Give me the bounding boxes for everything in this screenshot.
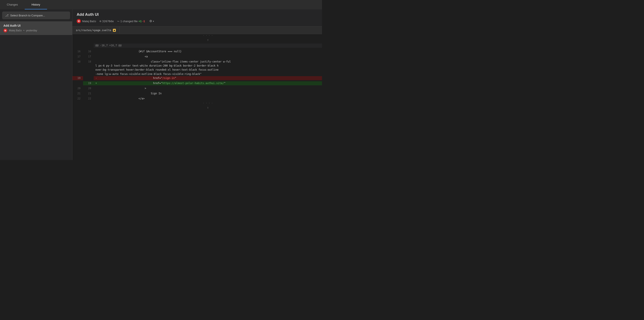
- tab-history[interactable]: History: [25, 0, 47, 9]
- changed-files-icon: ⥊: [117, 20, 120, 23]
- line-num-left: 20: [72, 86, 83, 90]
- branch-select-label: Select Branch to Compare...: [10, 14, 45, 17]
- line-num-left: 19: [72, 76, 83, 80]
- file-tabs: src/routes/+page.svelte ■: [72, 27, 322, 34]
- expand-dots-bottom[interactable]: · · · · ↓: [72, 102, 322, 109]
- sidebar: ⎇ Select Branch to Compare... Add Auth U…: [0, 9, 72, 160]
- commit-header: Add Auth UI M Matej Bačo ⊙ 32670de ⥊: [72, 9, 322, 27]
- line-num-right: 20: [83, 86, 94, 90]
- line-num-left: 21: [72, 92, 83, 96]
- line-num-left: 22: [72, 97, 83, 101]
- line-content: + href="https://almost-polar-habits.auth…: [94, 81, 322, 85]
- hunk-header-line: @@ -16,7 +16,7 @@: [72, 42, 322, 50]
- line-num-left: 18: [72, 60, 83, 64]
- table-row: 17 17 <a: [72, 55, 322, 60]
- table-row: 21 21 Sign In: [72, 92, 322, 97]
- branch-icon: ⎇: [5, 14, 8, 17]
- app-container: Changes History ⎇ Select Branch to Compa…: [0, 0, 322, 160]
- table-row: 16 16 {#if $AccountStore === null}: [72, 50, 322, 55]
- settings-button[interactable]: ⚙ ▾: [149, 19, 154, 23]
- table-row: 20 20 >: [72, 86, 322, 92]
- changed-files-label: 1 changed file: [120, 20, 138, 23]
- line-num-right: 16: [83, 50, 94, 54]
- hash-icon: ⊙: [100, 20, 101, 23]
- line-content: </a>: [94, 97, 322, 101]
- commit-meta: M Matej Bačo ⊙ 32670de ⥊ 1 changed file …: [77, 19, 318, 23]
- avatar: M: [4, 29, 7, 33]
- line-num-right: 17: [83, 55, 94, 59]
- file-tab-path: src/routes/+page.svelte: [76, 29, 111, 32]
- commit-header-title: Add Auth UI: [77, 12, 318, 17]
- line-num-right: 22: [83, 97, 94, 101]
- author-name: Matej Bačo: [9, 29, 22, 32]
- main-content: ⎇ Select Branch to Compare... Add Auth U…: [0, 9, 322, 160]
- table-row: 19 + href="https://almost-polar-habits.a…: [72, 81, 322, 86]
- line-num-right: 21: [83, 92, 94, 96]
- file-tab-modified-indicator: ■: [113, 29, 116, 32]
- table-row: 19 - href="/sign-in": [72, 76, 322, 81]
- line-content: Sign In: [94, 92, 322, 96]
- expand-dots-bottom-icon: · · · · ↓: [94, 101, 322, 110]
- commit-title: Add Auth UI: [4, 24, 69, 27]
- commit-meta-author: M Matej Bačo: [77, 19, 96, 23]
- table-row: 18 18 class="inline-flex items-center ju…: [72, 60, 322, 76]
- chevron-down-icon: ▾: [153, 20, 154, 22]
- changed-files: ⥊ 1 changed file +1 -1: [117, 20, 145, 23]
- commit-time-value: yesterday: [26, 29, 37, 32]
- diff-lines: · · · · ↑ @@ -16,7 +16,7 @@ 16 16: [72, 34, 322, 160]
- commit-hash-value: 32670de: [102, 20, 114, 23]
- file-tab[interactable]: src/routes/+page.svelte ■: [72, 27, 120, 34]
- gear-icon: ⚙: [149, 19, 152, 23]
- gutter-left-dots-bottom: [72, 102, 83, 109]
- expand-dots-top[interactable]: · · · · ↑: [72, 34, 322, 42]
- commit-hash: ⊙ 32670de: [100, 20, 114, 23]
- commit-item[interactable]: Add Auth UI M Matej Bačo • yesterday: [0, 21, 72, 35]
- commit-meta-author-name: Matej Bačo: [82, 20, 96, 23]
- line-num-right: 18: [83, 60, 94, 64]
- commit-meta-avatar: M: [77, 19, 81, 23]
- line-content: - href="/sign-in": [94, 76, 322, 80]
- line-num-left: 16: [72, 50, 83, 54]
- tab-changes[interactable]: Changes: [0, 0, 25, 9]
- diff-removed-count: -1: [142, 20, 145, 23]
- commit-author: M Matej Bačo • yesterday: [4, 29, 69, 33]
- line-content: <a: [94, 55, 322, 59]
- line-content: class="inline-flex items-center justify-…: [94, 60, 322, 76]
- branch-select[interactable]: ⎇ Select Branch to Compare...: [2, 12, 70, 19]
- line-content: >: [94, 86, 322, 90]
- line-num-left: 17: [72, 55, 83, 59]
- tabs-bar: Changes History: [0, 0, 322, 9]
- commit-time: •: [24, 29, 24, 32]
- right-panel: Add Auth UI M Matej Bačo ⊙ 32670de ⥊: [72, 9, 322, 160]
- diff-added-count: +1: [138, 20, 142, 23]
- gutter-left-dots: [72, 34, 83, 42]
- expand-dots-icon: · · · · ↑: [94, 34, 322, 42]
- line-num-right: 19: [83, 81, 94, 85]
- hunk-header-content: @@ -16,7 +16,7 @@: [94, 44, 322, 48]
- line-content: {#if $AccountStore === null}: [94, 50, 322, 54]
- table-row: 22 22 </a>: [72, 97, 322, 102]
- gutter-right-dots-bottom: [83, 102, 94, 109]
- diff-container: · · · · ↑ @@ -16,7 +16,7 @@ 16 16: [72, 34, 322, 160]
- gutter-right-dots: [83, 34, 94, 42]
